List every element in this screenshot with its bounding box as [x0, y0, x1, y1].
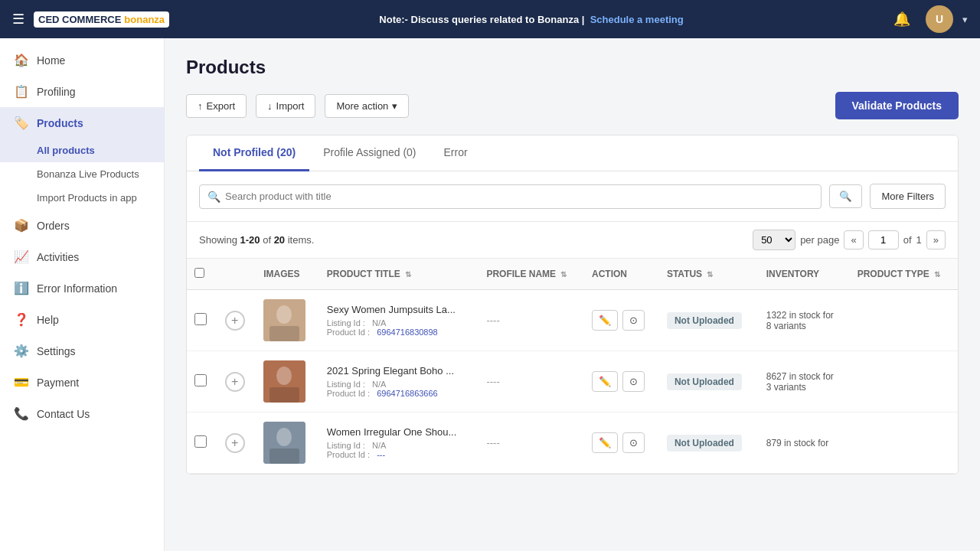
product-image-2	[263, 422, 305, 464]
tab-profile-assigned[interactable]: Profile Assigned (0)	[309, 135, 430, 171]
view-button-2[interactable]: ⊙	[622, 432, 645, 453]
export-label: Export	[207, 100, 236, 112]
sidebar-subitem-all-products[interactable]: All products	[0, 139, 164, 162]
sidebar-item-contact-us[interactable]: 📞 Contact Us	[0, 398, 164, 429]
product-type-0	[850, 290, 958, 351]
main-content: Products ↑ Export ↓ Import More action ▾…	[165, 38, 980, 551]
tab-not-profiled[interactable]: Not Profiled (20)	[199, 135, 309, 171]
search-input[interactable]	[225, 191, 813, 202]
sidebar-item-orders[interactable]: 📦 Orders	[0, 210, 164, 241]
showing-text: Showing 1-20 of 20 items.	[199, 234, 314, 246]
row-checkbox-2[interactable]	[194, 435, 207, 448]
of-pages-text: of	[903, 234, 912, 246]
sidebar: 🏠 Home 📋 Profiling 🏷️ Products All produ…	[0, 38, 165, 551]
table-row: + Women Irregular One Shou... Listing Id…	[187, 412, 958, 474]
product-id-link-0[interactable]: 6964716830898	[377, 328, 438, 337]
col-product-title-header[interactable]: PRODUCT TITLE ⇅	[319, 259, 479, 290]
row-checkbox-1[interactable]	[194, 374, 207, 386]
schedule-meeting-link[interactable]: Schedule a meeting	[590, 14, 684, 25]
action-btns-2: ✏️ ⊙	[592, 432, 652, 453]
topnav-note: Note:- Discuss queries related to Bonanz…	[178, 14, 884, 25]
sidebar-item-payment[interactable]: 💳 Payment	[0, 367, 164, 398]
tab-error[interactable]: Error	[430, 135, 482, 171]
select-all-checkbox[interactable]	[194, 268, 204, 278]
username-label[interactable]: ▾	[962, 14, 968, 25]
add-row-button-1[interactable]: +	[225, 372, 245, 392]
products-submenu: All products Bonanza Live Products Impor…	[0, 139, 164, 210]
more-filters-button[interactable]: More Filters	[870, 184, 946, 209]
add-row-button-2[interactable]: +	[225, 433, 245, 453]
first-page-button[interactable]: «	[844, 230, 863, 249]
table-row: + 2021 Spring Elegant Boho ... Listing I…	[187, 351, 958, 412]
product-id-link-1[interactable]: 6964716863666	[377, 389, 438, 398]
sidebar-item-products-label: Products	[37, 117, 83, 129]
sidebar-item-activities[interactable]: 📈 Activities	[0, 241, 164, 272]
profile-name-1: ----	[486, 376, 499, 387]
sidebar-item-products[interactable]: 🏷️ Products	[0, 107, 164, 139]
last-page-button[interactable]: »	[926, 230, 946, 249]
edit-button-0[interactable]: ✏️	[592, 310, 618, 331]
products-tabs: Not Profiled (20) Profile Assigned (0) E…	[187, 135, 958, 171]
sidebar-item-profiling-label: Profiling	[37, 86, 76, 98]
edit-button-1[interactable]: ✏️	[592, 371, 618, 392]
view-button-0[interactable]: ⊙	[622, 310, 645, 331]
product-title-0: Sexy Women Jumpsuits La...	[327, 304, 472, 315]
logo-box: CED COMMERCE bonanza	[34, 11, 169, 28]
product-meta-2: Listing Id : N/A Product Id : ---	[327, 441, 472, 459]
import-button[interactable]: ↓ Import	[256, 94, 315, 118]
sidebar-subitem-import-products-app[interactable]: Import Products in app	[0, 186, 164, 210]
product-image-1	[263, 360, 305, 403]
bell-icon[interactable]: 🔔	[893, 11, 910, 28]
add-row-button-0[interactable]: +	[225, 311, 245, 331]
filter-bar: 🔍 🔍 More Filters	[187, 171, 958, 222]
note-prefix: Note:- Discuss queries related to Bonanz…	[379, 14, 584, 25]
col-status-header[interactable]: STATUS ⇅	[659, 259, 759, 290]
more-action-button[interactable]: More action ▾	[325, 94, 409, 118]
error-information-icon: ℹ️	[14, 281, 29, 295]
per-page-select[interactable]: 50 25 100	[753, 230, 795, 250]
page-title: Products	[186, 57, 959, 78]
page-number-input[interactable]	[868, 230, 899, 249]
sidebar-item-error-information[interactable]: ℹ️ Error Information	[0, 272, 164, 304]
svg-point-4	[276, 367, 292, 385]
product-id-link-2[interactable]: ---	[377, 450, 385, 459]
view-button-1[interactable]: ⊙	[622, 371, 645, 392]
products-table: IMAGES PRODUCT TITLE ⇅ PROFILE NAME ⇅ AC…	[187, 259, 958, 474]
export-icon: ↑	[198, 100, 203, 112]
chevron-down-icon: ▾	[392, 100, 397, 112]
row-checkbox-0[interactable]	[194, 313, 207, 325]
sidebar-item-settings[interactable]: ⚙️ Settings	[0, 335, 164, 367]
col-product-type-header[interactable]: PRODUCT TYPE ⇅	[850, 259, 958, 290]
payment-icon: 💳	[14, 375, 29, 390]
showing-total: 20	[274, 234, 285, 246]
inventory-0: 1322 in stock for8 variants	[766, 310, 842, 331]
search-wrap: 🔍	[199, 184, 822, 209]
sidebar-item-help[interactable]: ❓ Help	[0, 304, 164, 335]
products-table-wrap: IMAGES PRODUCT TITLE ⇅ PROFILE NAME ⇅ AC…	[187, 259, 958, 474]
profile-name-2: ----	[486, 437, 499, 448]
sidebar-item-error-information-label: Error Information	[37, 282, 117, 295]
svg-point-7	[276, 428, 292, 446]
hamburger-menu-icon[interactable]: ☰	[12, 11, 24, 28]
search-button[interactable]: 🔍	[829, 184, 862, 208]
table-row: + Sexy Women Jumpsuits La... Listing Id …	[187, 290, 958, 351]
import-icon: ↓	[267, 100, 273, 112]
sidebar-item-payment-label: Payment	[37, 377, 79, 389]
validate-products-button[interactable]: Validate Products	[835, 92, 959, 119]
more-action-label: More action	[336, 100, 388, 112]
total-pages: 1	[916, 234, 922, 246]
user-avatar[interactable]: U	[926, 5, 953, 33]
top-navigation: ☰ CED COMMERCE bonanza Note:- Discuss qu…	[0, 0, 980, 38]
search-prefix-icon: 🔍	[207, 191, 220, 203]
export-button[interactable]: ↑ Export	[186, 94, 247, 118]
product-image-0	[263, 299, 305, 341]
edit-button-2[interactable]: ✏️	[592, 432, 618, 453]
products-card: Not Profiled (20) Profile Assigned (0) E…	[186, 135, 959, 474]
product-meta-0: Listing Id : N/A Product Id : 6964716830…	[327, 318, 472, 337]
sidebar-item-profiling[interactable]: 📋 Profiling	[0, 76, 164, 107]
sidebar-subitem-bonanza-live-products[interactable]: Bonanza Live Products	[0, 162, 164, 186]
col-inventory-header: INVENTORY	[759, 259, 850, 290]
sidebar-item-home[interactable]: 🏠 Home	[0, 44, 164, 76]
activities-icon: 📈	[14, 249, 29, 264]
col-profile-name-header[interactable]: PROFILE NAME ⇅	[479, 259, 584, 290]
